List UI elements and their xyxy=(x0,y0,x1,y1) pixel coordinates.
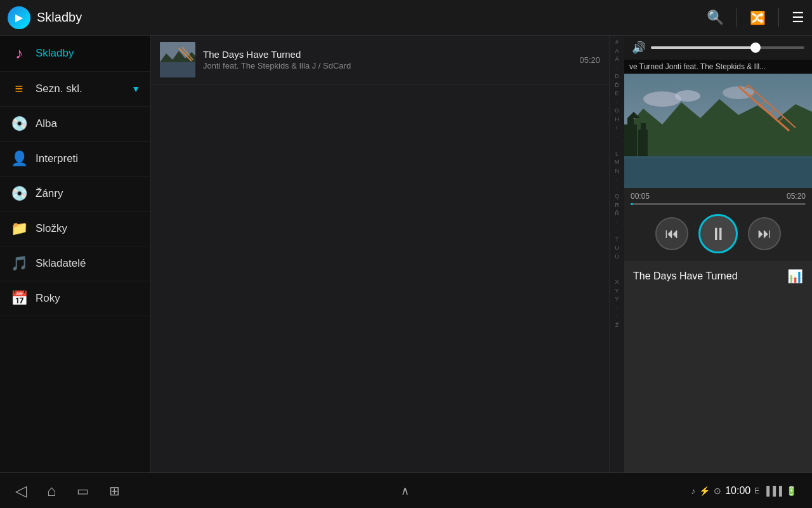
alpha-letter[interactable]: Y xyxy=(610,287,624,296)
folder-icon: 📁 xyxy=(10,220,28,237)
sidebar-item-alba[interactable]: 💿 Alba xyxy=(0,107,150,142)
language-icon: E xyxy=(754,486,759,495)
alpha-letter[interactable]: A xyxy=(610,47,624,56)
song-subtitle: Jonti feat. The Stepkids & Illa J / SdCa… xyxy=(203,61,572,70)
song-list-item[interactable]: The Days Have Turned Jonti feat. The Ste… xyxy=(151,36,609,84)
sidebar-label-slozky: Složky xyxy=(36,222,67,235)
now-playing-bar: ve Turned Jonti feat. The Stepkids & Ill… xyxy=(624,60,812,74)
disc-icon: 💿 xyxy=(10,116,28,132)
progress-section[interactable]: 00:05 05:20 xyxy=(624,188,812,208)
pause-button[interactable]: ⏸ xyxy=(698,214,738,253)
volume-slider[interactable] xyxy=(651,46,804,49)
alpha-letter[interactable]: · xyxy=(610,304,624,313)
alpha-letter[interactable]: · xyxy=(610,270,624,279)
sidebar-label-zanry: Žánry xyxy=(36,187,63,200)
svg-rect-22 xyxy=(638,130,648,156)
alpha-letter[interactable]: # xyxy=(610,38,624,47)
progress-bar[interactable] xyxy=(631,203,806,205)
bottom-bar-center: ∧ xyxy=(401,484,409,498)
divider1 xyxy=(737,8,737,27)
alpha-letter[interactable]: · xyxy=(610,133,624,142)
dropdown-arrow-icon: ▼ xyxy=(131,84,140,94)
current-time: 00:05 xyxy=(631,192,650,201)
previous-button[interactable]: ⏮ xyxy=(655,217,688,250)
svg-rect-20 xyxy=(627,118,634,127)
alpha-letter[interactable]: H xyxy=(610,116,624,124)
divider2 xyxy=(778,8,779,27)
recents-button[interactable]: ▭ xyxy=(77,483,89,498)
pause-icon: ⏸ xyxy=(709,224,727,244)
next-icon: ⏭ xyxy=(757,225,771,242)
sidebar-item-skladatele[interactable]: 🎵 Skladatelé xyxy=(0,246,150,281)
alpha-letter[interactable]: I xyxy=(610,124,624,133)
alpha-letter[interactable]: · xyxy=(610,227,624,236)
alpha-letter[interactable]: · xyxy=(610,218,624,227)
sidebar-label-sezn-skl: Sezn. skl. xyxy=(36,83,82,95)
sidebar-item-roky[interactable]: 📅 Roky xyxy=(0,281,150,316)
alpha-index[interactable]: #AÁ·DĎE·GHI··LMN··QRŘ··TUÚ··XYÝ··Ž xyxy=(609,36,624,508)
sidebar-label-skladby: Skladby xyxy=(36,47,74,60)
alpha-letter[interactable]: · xyxy=(610,175,624,184)
equalizer-icon[interactable]: 📊 xyxy=(787,269,803,284)
scroll-up-button[interactable]: ∧ xyxy=(401,484,409,498)
alpha-letter[interactable]: · xyxy=(610,64,624,73)
filter-icon[interactable]: 🔀 xyxy=(750,10,766,25)
list-icon: ≡ xyxy=(10,81,28,97)
alpha-letter[interactable]: · xyxy=(610,312,624,321)
svg-rect-3 xyxy=(160,62,195,77)
grid-button[interactable]: ⊞ xyxy=(109,483,120,498)
music-status-icon: ♪ xyxy=(691,486,695,496)
alpha-letter[interactable]: Ř xyxy=(610,210,624,218)
menu-icon[interactable]: ☰ xyxy=(792,10,804,26)
content-area: The Days Have Turned Jonti feat. The Ste… xyxy=(151,36,812,508)
time-row: 00:05 05:20 xyxy=(631,192,806,201)
app-logo: ▶ xyxy=(8,6,30,29)
alpha-letter[interactable]: Ď xyxy=(610,81,624,90)
playback-controls: ⏮ ⏸ ⏭ xyxy=(624,208,812,261)
alpha-letter[interactable]: · xyxy=(610,141,624,150)
volume-fill xyxy=(651,46,756,49)
alpha-letter[interactable]: T xyxy=(610,236,624,244)
svg-rect-24 xyxy=(624,156,812,188)
alpha-letter[interactable]: R xyxy=(610,201,624,210)
signal-icon: ▐▐▐ xyxy=(763,486,782,496)
progress-fill xyxy=(631,203,633,205)
alpha-letter[interactable]: Q xyxy=(610,192,624,201)
app-title: Skladby xyxy=(37,10,82,25)
calendar-icon: 📅 xyxy=(10,290,28,307)
alpha-letter[interactable]: Ž xyxy=(610,321,624,330)
svg-rect-19 xyxy=(624,124,637,156)
alpha-letter[interactable]: Ý xyxy=(610,295,624,304)
alpha-letter[interactable]: · xyxy=(610,184,624,193)
alpha-letter[interactable]: · xyxy=(610,261,624,270)
sidebar-item-interpreti[interactable]: 👤 Interpreti xyxy=(0,142,150,177)
alpha-letter[interactable]: L xyxy=(610,150,624,159)
previous-icon: ⏮ xyxy=(665,225,679,242)
top-bar: ▶ Skladby 🔍 🔀 ☰ xyxy=(0,0,812,36)
sidebar-item-skladby[interactable]: ♪ Skladby xyxy=(0,36,150,72)
alpha-letter[interactable]: N xyxy=(610,167,624,176)
sidebar-item-sezn-skl[interactable]: ≡ Sezn. skl. ▼ xyxy=(0,72,150,107)
player-track-info: The Days Have Turned 📊 xyxy=(624,261,812,291)
svg-point-7 xyxy=(643,91,681,107)
home-button[interactable]: ⌂ xyxy=(47,482,56,500)
alpha-letter[interactable]: X xyxy=(610,278,624,287)
back-button[interactable]: ◁ xyxy=(15,482,27,500)
alpha-letter[interactable]: D xyxy=(610,72,624,81)
top-bar-left: ▶ Skladby xyxy=(8,6,82,29)
alpha-letter[interactable]: E xyxy=(610,90,624,98)
bottom-bar-right: ♪ ⚡ ⊙ 10:00 E ▐▐▐ 🔋 xyxy=(691,485,797,497)
alpha-letter[interactable]: U xyxy=(610,244,624,253)
song-duration: 05:20 xyxy=(579,55,600,65)
song-list[interactable]: The Days Have Turned Jonti feat. The Ste… xyxy=(151,36,609,508)
sidebar-item-slozky[interactable]: 📁 Složky xyxy=(0,211,150,246)
search-icon[interactable]: 🔍 xyxy=(707,10,724,26)
alpha-letter[interactable]: Ú xyxy=(610,253,624,262)
alpha-letter[interactable]: G xyxy=(610,107,624,116)
sidebar-item-zanry[interactable]: 💿 Žánry xyxy=(0,177,150,211)
alpha-letter[interactable]: · xyxy=(610,98,624,107)
volume-bar: 🔊 xyxy=(624,36,812,60)
next-button[interactable]: ⏭ xyxy=(748,217,781,250)
alpha-letter[interactable]: Á xyxy=(610,55,624,64)
alpha-letter[interactable]: M xyxy=(610,158,624,167)
